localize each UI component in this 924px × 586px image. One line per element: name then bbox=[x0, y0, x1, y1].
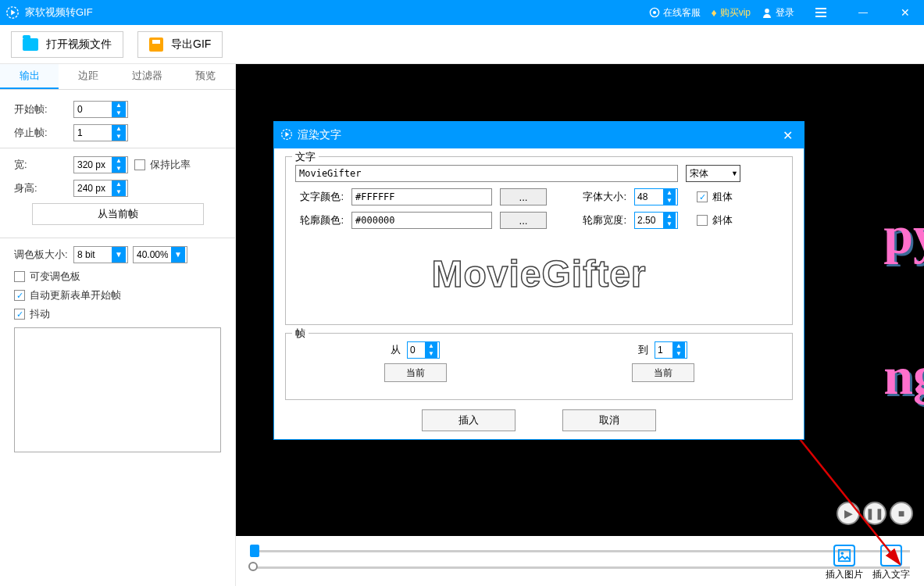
text-fieldset: 文字 宋体 文字颜色: ... 字体大小: ▲▼ ✓粗体 轮廓颜色: ... 轮… bbox=[285, 156, 793, 325]
online-support-label: 在线客服 bbox=[663, 6, 701, 20]
font-size-spinner[interactable]: ▲▼ bbox=[634, 188, 678, 205]
frame-fieldset: 帧 从 ▲▼ 当前 到 ▲▼ 当前 bbox=[285, 333, 793, 400]
keep-ratio-label: 保持比率 bbox=[150, 158, 191, 172]
buy-vip-label: 购买vip bbox=[720, 6, 751, 20]
dialog-logo-icon bbox=[280, 128, 293, 143]
from-current-frame-button[interactable]: 从当前帧 bbox=[32, 203, 204, 225]
play-button[interactable]: ▶ bbox=[837, 502, 860, 525]
svg-point-3 bbox=[652, 11, 655, 14]
diamond-icon: ♦ bbox=[712, 6, 717, 19]
font-select[interactable]: 宋体 bbox=[686, 165, 740, 182]
text-color-label: 文字颜色: bbox=[295, 190, 344, 204]
range-thumb[interactable] bbox=[248, 562, 258, 571]
svg-rect-5 bbox=[839, 550, 850, 561]
output-panel: 开始帧: ▲▼ 停止帧: ▲▼ 宽: ▲▼ 保持比率 身高: ▲▼ 从当前帧 调… bbox=[0, 90, 235, 463]
bg-text-2: ng bbox=[883, 345, 924, 407]
insert-tools: 插入图片 T 插入文字 bbox=[826, 545, 910, 581]
from-label: 从 bbox=[391, 343, 401, 357]
bold-label: 粗体 bbox=[712, 190, 733, 204]
text-legend: 文字 bbox=[292, 150, 319, 164]
svg-marker-9 bbox=[285, 131, 289, 136]
close-button[interactable] bbox=[890, 0, 921, 25]
width-label: 宽: bbox=[14, 158, 69, 172]
variable-palette-checkbox[interactable] bbox=[14, 271, 25, 282]
palette-size-label: 调色板大小: bbox=[14, 248, 69, 262]
italic-label: 斜体 bbox=[712, 213, 733, 227]
progress-slider[interactable] bbox=[250, 550, 910, 552]
auto-update-checkbox[interactable]: ✓ bbox=[14, 290, 25, 301]
open-video-button[interactable]: 打开视频文件 bbox=[11, 31, 123, 58]
range-slider[interactable] bbox=[250, 566, 910, 569]
height-spinner[interactable]: ▲▼ bbox=[73, 180, 128, 197]
stop-button[interactable]: ■ bbox=[890, 502, 913, 525]
login[interactable]: 登录 bbox=[762, 6, 794, 20]
bg-text-1: py bbox=[883, 205, 924, 266]
tab-margin[interactable]: 边距 bbox=[59, 64, 117, 89]
to-label: 到 bbox=[638, 343, 648, 357]
outline-width-spinner[interactable]: ▲▼ bbox=[634, 212, 678, 229]
progress-thumb[interactable] bbox=[250, 545, 259, 557]
dither-checkbox[interactable]: ✓ bbox=[14, 309, 25, 320]
stop-frame-spinner[interactable]: ▲▼ bbox=[73, 124, 128, 141]
sidebar: 输出 边距 过滤器 预览 开始帧: ▲▼ 停止帧: ▲▼ 宽: ▲▼ 保持比率 … bbox=[0, 64, 236, 586]
toolbar: 打开视频文件 导出GIF bbox=[0, 25, 924, 64]
text-icon: T bbox=[880, 545, 902, 566]
login-label: 登录 bbox=[776, 6, 794, 20]
keep-ratio-checkbox[interactable] bbox=[134, 159, 145, 170]
dither-label: 抖动 bbox=[30, 307, 50, 321]
folder-icon bbox=[23, 38, 38, 51]
export-gif-button[interactable]: 导出GIF bbox=[137, 31, 223, 58]
cancel-button[interactable]: 取消 bbox=[562, 409, 656, 431]
bold-checkbox[interactable]: ✓ bbox=[697, 191, 708, 202]
render-text-dialog: 渲染文字 ✕ 文字 宋体 文字颜色: ... 字体大小: ▲▼ ✓粗体 轮廓颜色… bbox=[273, 121, 804, 440]
title-bar: 家软视频转GIF 在线客服 ♦ 购买vip 登录 bbox=[0, 0, 924, 25]
pause-button[interactable]: ❚❚ bbox=[863, 502, 887, 525]
save-icon bbox=[149, 38, 163, 52]
menu-button[interactable] bbox=[805, 0, 837, 25]
svg-point-6 bbox=[841, 552, 844, 556]
text-color-input[interactable] bbox=[351, 188, 492, 205]
start-frame-spinner[interactable]: ▲▼ bbox=[73, 101, 128, 118]
buy-vip[interactable]: ♦ 购买vip bbox=[712, 6, 751, 20]
insert-button[interactable]: 插入 bbox=[422, 409, 516, 431]
frame-legend: 帧 bbox=[292, 327, 309, 341]
tab-output[interactable]: 输出 bbox=[0, 64, 59, 89]
sidebar-tabs: 输出 边距 过滤器 预览 bbox=[0, 64, 235, 90]
outline-color-picker-button[interactable]: ... bbox=[500, 212, 547, 229]
insert-image-label: 插入图片 bbox=[826, 568, 863, 581]
from-current-button[interactable]: 当前 bbox=[384, 363, 447, 382]
dialog-titlebar: 渲染文字 ✕ bbox=[274, 122, 804, 148]
start-frame-label: 开始帧: bbox=[14, 102, 69, 116]
image-icon bbox=[833, 545, 855, 566]
timeline-area bbox=[236, 539, 924, 586]
playback-controls: ▶ ❚❚ ■ bbox=[837, 502, 913, 525]
text-input[interactable] bbox=[295, 165, 678, 182]
auto-update-label: 自动更新表单开始帧 bbox=[30, 288, 121, 302]
insert-text-label: 插入文字 bbox=[872, 568, 910, 581]
text-color-picker-button[interactable]: ... bbox=[500, 188, 547, 205]
height-label: 身高: bbox=[14, 181, 69, 195]
open-video-label: 打开视频文件 bbox=[46, 38, 112, 52]
tab-filters[interactable]: 过滤器 bbox=[118, 64, 177, 89]
tab-preview[interactable]: 预览 bbox=[177, 64, 235, 89]
stop-frame-label: 停止帧: bbox=[14, 126, 69, 140]
width-spinner[interactable]: ▲▼ bbox=[73, 156, 128, 173]
dialog-title: 渲染文字 bbox=[298, 128, 341, 142]
svg-marker-1 bbox=[11, 9, 15, 15]
app-title: 家软视频转GIF bbox=[25, 5, 649, 20]
to-frame-spinner[interactable]: ▲▼ bbox=[655, 341, 687, 359]
to-current-button[interactable]: 当前 bbox=[632, 363, 694, 382]
outline-color-label: 轮廓颜色: bbox=[295, 213, 344, 227]
from-frame-spinner[interactable]: ▲▼ bbox=[407, 341, 440, 359]
insert-image-tool[interactable]: 插入图片 bbox=[826, 545, 863, 581]
insert-text-tool[interactable]: T 插入文字 bbox=[872, 545, 910, 581]
online-support[interactable]: 在线客服 bbox=[649, 6, 701, 20]
outline-color-input[interactable] bbox=[351, 212, 492, 229]
palette-bit-select[interactable]: ▼ bbox=[73, 246, 128, 263]
italic-checkbox[interactable] bbox=[697, 215, 708, 226]
svg-point-4 bbox=[765, 9, 769, 13]
thumbnail-preview bbox=[14, 327, 221, 452]
dialog-close-button[interactable]: ✕ bbox=[778, 128, 797, 143]
minimize-button[interactable] bbox=[847, 0, 879, 25]
palette-pct-select[interactable]: ▼ bbox=[133, 246, 187, 263]
